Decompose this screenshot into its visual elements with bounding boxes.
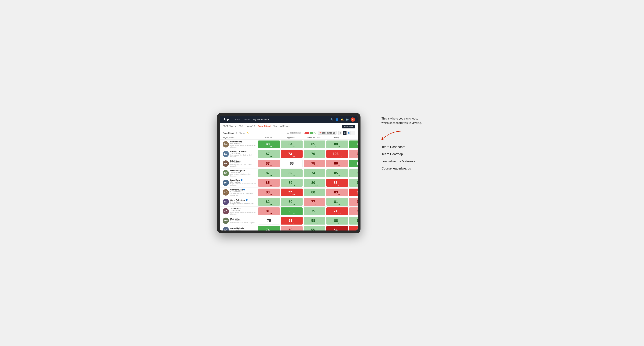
score-value: 94: [357, 171, 358, 175]
score-value: 85: [357, 228, 358, 230]
score-cell: 874: [258, 169, 280, 177]
nav-teams[interactable]: Teams: [244, 118, 250, 121]
score-cell: 943: [349, 217, 358, 224]
search-icon[interactable]: 🔍: [330, 118, 334, 121]
view-table-icon[interactable]: ▦: [343, 131, 346, 135]
score-cell: 824: [281, 169, 302, 177]
last-rounds-button[interactable]: 📅 Last Rounds: 20: [318, 131, 337, 135]
score-change: 3: [270, 213, 272, 214]
player-name: Blair McHarg: [230, 141, 258, 143]
score-change: 4: [293, 175, 295, 176]
score-change: 3: [270, 184, 272, 186]
player-avatar: CR: [222, 199, 229, 205]
subnav-pga[interactable]: PGA: [238, 125, 243, 128]
score-value: 86: [357, 190, 358, 194]
score-value: 94: [357, 219, 358, 223]
score-cell: 752: [304, 207, 325, 215]
score-value: 82: [288, 171, 292, 175]
view-icons: ⊞ ▦ 👤 ↓: [338, 131, 355, 135]
player-info-cell[interactable]: CRChris Robertson1-5 HandicapCraigmillar…: [222, 198, 258, 206]
annotation-tooltip: This is where you can choose which dashb…: [382, 116, 424, 125]
player-details: Josh Coles1-5 HandicapRoyal North Devon …: [230, 208, 258, 215]
last-rounds-value: 20: [333, 132, 335, 134]
player-info-cell[interactable]: DFDavid FordPlus HandicapRoyal North Dev…: [222, 178, 258, 187]
nav-home[interactable]: Home: [234, 118, 240, 121]
col-putting[interactable]: Putting —: [326, 137, 348, 139]
score-cell: 7111: [326, 207, 348, 215]
player-info-cell[interactable]: ECEdward Crossman1-5 HandicapSunningdale…: [222, 150, 258, 158]
score-value: 97: [357, 162, 358, 166]
player-info-cell[interactable]: MMMatt Miller6-10 HandicapWoburn Golf Cl…: [222, 217, 258, 224]
player-info-cell[interactable]: JCJosh Coles1-5 HandicapRoyal North Devo…: [222, 207, 258, 216]
page-wrapper: clippd Home Teams My Performance 🔍 👤 🔔 ⚙…: [217, 113, 427, 233]
score-cell: 75: [258, 217, 280, 224]
subnav-hcaps[interactable]: Hcaps 1-5: [246, 125, 255, 128]
arrow-graphic: [382, 130, 402, 140]
score-cell: 923: [349, 150, 358, 158]
view-grid-icon[interactable]: ⊞: [338, 131, 342, 135]
score-change: 8: [316, 146, 318, 148]
table-row: JCJosh Coles1-5 HandicapRoyal North Devo…: [220, 206, 358, 216]
nav-my-performance[interactable]: My Performance: [253, 118, 268, 121]
col-player-quality[interactable]: Player Quality ▾: [222, 137, 258, 139]
view-person-icon[interactable]: 👤: [347, 131, 351, 135]
subnav-team-clippd[interactable]: Team Clippd: [258, 125, 270, 128]
score-change: 15: [339, 156, 342, 157]
player-info-cell[interactable]: CQCharlie Quick6-10 HandicapSt. George's…: [222, 188, 258, 197]
subnav-all-players[interactable]: All Players: [280, 125, 290, 128]
subnav-pgat-players[interactable]: PGAT Players: [222, 125, 236, 128]
score-value: 88: [290, 162, 294, 166]
tablet-container: clippd Home Teams My Performance 🔍 👤 🔔 ⚙…: [217, 113, 360, 233]
add-team-button[interactable]: Add Team: [342, 125, 355, 128]
score-value: 88: [334, 219, 338, 223]
score-value: 77: [288, 190, 292, 194]
menu-leaderboards[interactable]: Leaderboards & streaks: [382, 158, 424, 165]
score-value: 103: [333, 152, 338, 156]
player-club: Craigmillar Park, United Kingdom: [230, 203, 254, 205]
sort-arrow: ▾: [234, 137, 235, 139]
score-change: 8: [293, 213, 295, 214]
edit-icon[interactable]: ✏️: [246, 132, 249, 134]
table-row: CRChris Robertson1-5 HandicapCraigmillar…: [220, 197, 358, 206]
view-download-icon[interactable]: ↓: [351, 131, 355, 135]
score-cell: 959: [349, 141, 358, 148]
score-value: 85: [311, 142, 315, 146]
score-change: 4: [316, 222, 318, 224]
avatar[interactable]: U: [351, 117, 355, 122]
score-cell: 958: [281, 207, 302, 215]
menu-team-heatmap[interactable]: Team Heatmap: [382, 151, 424, 158]
bar-negative: [306, 132, 309, 134]
player-club: Royal North Devon Golf Club, United King…: [230, 211, 258, 215]
player-details: David FordPlus HandicapRoyal North Devon…: [230, 179, 258, 186]
score-cell: 8421: [326, 226, 348, 230]
settings-icon[interactable]: ⚙️: [346, 118, 348, 121]
score-cell: 748: [258, 226, 280, 230]
score-value: 60: [288, 228, 292, 230]
score-change: 14: [292, 194, 296, 195]
player-info-cell[interactable]: ANAaron Nicholls11-15 HandicapDrift Golf…: [222, 226, 258, 230]
score-change: 3: [270, 203, 272, 205]
score-cell: 602: [281, 198, 302, 206]
score-value: 75: [311, 162, 315, 166]
score-value: 58: [311, 219, 315, 223]
score-value: 75: [311, 209, 315, 213]
subnav-tour[interactable]: Tour: [273, 125, 278, 128]
player-club: Sunningdale Golf Club, United Kingdom: [230, 154, 258, 158]
score-value: 92: [357, 152, 358, 156]
score-cell: 613: [281, 217, 302, 224]
score-value: 73: [288, 152, 292, 156]
score-value: 93: [266, 142, 270, 146]
col-around-green[interactable]: Around the Green —: [303, 137, 326, 139]
user-icon[interactable]: 👤: [336, 118, 338, 121]
menu-course-leaderboards[interactable]: Course leaderboards: [382, 165, 424, 172]
player-info-cell[interactable]: DBDave Billingham1-5 HandicapGog Magog G…: [222, 169, 258, 177]
player-info-cell[interactable]: BMBlair McHargPlus HandicapRoyal North D…: [222, 140, 258, 149]
player-name: Elliot Ebert: [230, 160, 258, 162]
player-info-cell[interactable]: EEElliot Ebert1-5 HandicapSunningdale Go…: [222, 159, 258, 168]
col-approach[interactable]: Approach —: [280, 137, 303, 139]
menu-team-dashboard[interactable]: Team Dashboard: [382, 144, 424, 151]
bell-icon[interactable]: 🔔: [340, 118, 344, 121]
col-off-tee[interactable]: Off the Tee —: [258, 137, 280, 139]
score-cell: 853: [258, 179, 280, 187]
subnav-links: PGAT Players PGA Hcaps 1-5 Team Clippd T…: [222, 125, 342, 128]
